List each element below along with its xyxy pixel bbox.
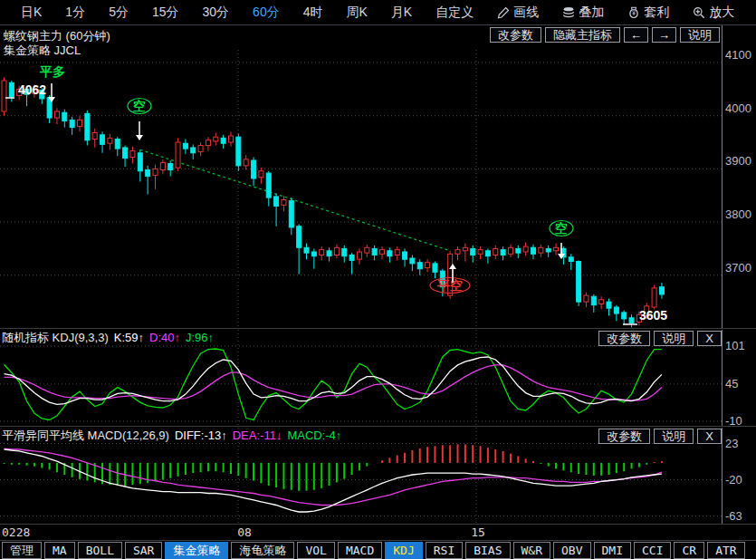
- tab-W&R[interactable]: W&R: [513, 542, 550, 559]
- tab-VOL[interactable]: VOL: [297, 542, 334, 559]
- y-axis-label: -63: [725, 509, 742, 523]
- candle: [357, 252, 361, 259]
- y-axis-label: 45: [725, 377, 738, 390]
- kdj-close-button[interactable]: X: [697, 331, 722, 346]
- change-params-button[interactable]: 改参数: [490, 27, 541, 43]
- period-label: 15分: [152, 5, 179, 21]
- prev-arrow-button[interactable]: ←: [624, 27, 648, 43]
- macd-help-button[interactable]: 说明: [654, 429, 694, 444]
- candle: [501, 250, 505, 255]
- tool-缩小[interactable]: 缩小: [746, 5, 756, 21]
- candle: [297, 226, 301, 247]
- hide-main-indicator-button[interactable]: 隐藏主指标: [545, 27, 620, 43]
- candle: [160, 162, 165, 169]
- svg-text:¥: ¥: [632, 10, 636, 16]
- candle: [320, 250, 324, 255]
- candle: [274, 197, 279, 207]
- period-月K[interactable]: 月K: [379, 5, 424, 21]
- period-日K[interactable]: 日K: [9, 5, 53, 21]
- period-label: 日K: [21, 5, 42, 21]
- moneybag-icon: ¥: [627, 6, 640, 19]
- tab-SAR[interactable]: SAR: [125, 542, 162, 559]
- period-15分[interactable]: 15分: [140, 5, 191, 21]
- tab-RSI[interactable]: RSI: [426, 542, 463, 559]
- xaxis-label: 0228: [2, 525, 30, 539]
- period-周K[interactable]: 周K: [334, 5, 378, 21]
- help-button[interactable]: 说明: [680, 27, 720, 43]
- kdj-d-value: D:40↑: [149, 331, 180, 344]
- period-label: 1分: [65, 5, 85, 21]
- candle: [395, 250, 399, 255]
- y-axis-label: 3700: [725, 261, 751, 275]
- tool-画线[interactable]: 画线: [485, 5, 550, 21]
- period-label: 5分: [109, 5, 129, 21]
- y-axis-label: -20: [725, 473, 742, 487]
- main-chart[interactable]: 41004000390038003700平多4062空平空空3605: [0, 25, 756, 328]
- candle: [214, 137, 218, 141]
- period-60分[interactable]: 60分: [241, 5, 292, 21]
- candle: [304, 247, 309, 253]
- candle: [599, 300, 604, 304]
- candle: [614, 307, 618, 313]
- kdj-help-button[interactable]: 说明: [654, 331, 694, 346]
- tab-OBV[interactable]: OBV: [553, 542, 590, 559]
- candle: [138, 153, 142, 171]
- tab-CCI[interactable]: CCI: [634, 542, 671, 559]
- candle: [9, 82, 14, 96]
- annotation-text: 4062: [18, 82, 46, 97]
- candle: [311, 252, 316, 256]
- tab-CR[interactable]: CR: [674, 542, 704, 559]
- candle: [198, 146, 203, 152]
- candle: [252, 160, 256, 178]
- period-自定义[interactable]: 自定义: [424, 5, 485, 21]
- tab-BIAS[interactable]: BIAS: [465, 542, 510, 559]
- candle: [2, 81, 6, 111]
- candle: [584, 295, 589, 302]
- tab-DMI[interactable]: DMI: [594, 542, 631, 559]
- kdj-buttons: 改参数说明X: [598, 331, 722, 346]
- kdj-change-params-button[interactable]: 改参数: [598, 331, 650, 346]
- tab-BOLL[interactable]: BOLL: [78, 542, 122, 559]
- annotation-text: 平空: [436, 278, 463, 293]
- tab-KDJ[interactable]: KDJ: [385, 542, 422, 559]
- tool-套利[interactable]: ¥套利: [616, 5, 681, 21]
- candle: [183, 143, 187, 149]
- tool-label: 叠加: [579, 5, 604, 21]
- candle: [622, 313, 627, 319]
- period-label: 4时: [303, 5, 323, 21]
- tab-集金策略[interactable]: 集金策略: [165, 542, 228, 559]
- trendline: [140, 149, 450, 250]
- period-30分[interactable]: 30分: [191, 5, 242, 21]
- candle: [372, 248, 377, 255]
- tool-叠加[interactable]: 叠加: [550, 5, 616, 21]
- candle: [289, 201, 293, 227]
- candle: [426, 263, 430, 268]
- period-5分[interactable]: 5分: [97, 5, 140, 21]
- candle: [471, 248, 475, 255]
- next-arrow-button[interactable]: →: [652, 27, 676, 43]
- tool-放大[interactable]: 放大: [681, 5, 746, 21]
- candle: [130, 150, 135, 157]
- tab-MACD[interactable]: MACD: [338, 542, 382, 559]
- tab-ATR[interactable]: ATR: [707, 542, 744, 559]
- macd-panel: 23-20-63 平滑异同平均线 MACD(12,26,9)DIFF:-13↑D…: [0, 426, 756, 524]
- main-chart-buttons: 改参数隐藏主指标←→说明: [490, 27, 720, 43]
- candle: [282, 199, 286, 205]
- y-axis-label: 23: [725, 437, 738, 450]
- candle: [100, 135, 105, 145]
- period-1分[interactable]: 1分: [53, 5, 97, 21]
- macd-change-params-button[interactable]: 改参数: [598, 429, 650, 444]
- candle: [659, 287, 664, 294]
- y-axis-label: 4000: [725, 101, 751, 115]
- tab-管理[interactable]: 管理: [2, 542, 42, 559]
- candle: [327, 251, 331, 256]
- trading-app-window: 日K1分5分15分30分60分4时周K月K自定义画线叠加¥套利放大缩小 4100…: [0, 0, 756, 559]
- candles-layer: [2, 77, 664, 327]
- macd-diff-line: [5, 449, 662, 512]
- period-4时[interactable]: 4时: [292, 5, 335, 21]
- tab-MA[interactable]: MA: [44, 542, 75, 559]
- tab-海龟策略[interactable]: 海龟策略: [231, 542, 294, 559]
- candle: [70, 120, 74, 127]
- arrow-down-icon: [136, 135, 143, 140]
- macd-close-button[interactable]: X: [697, 429, 722, 444]
